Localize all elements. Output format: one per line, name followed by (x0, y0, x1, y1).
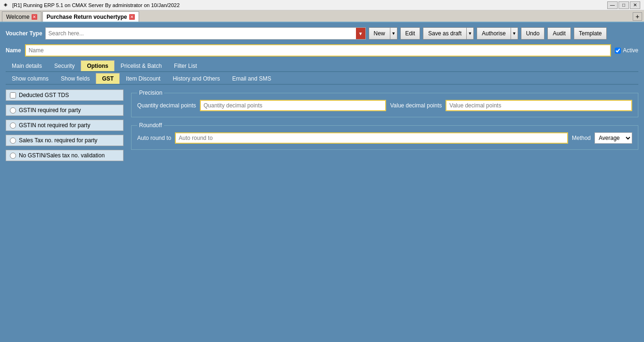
precision-legend: Precision (137, 90, 164, 96)
window-controls: — □ ✕ (607, 1, 640, 9)
auto-round-row: Auto round to Method Average Up Down (137, 132, 632, 144)
title-bar: ◈ [R1] Running ERP 5.1 on CMAX Server By… (0, 0, 644, 10)
save-as-draft-dropdown[interactable]: ▼ (466, 27, 474, 40)
gstin-not-required-radio[interactable] (10, 122, 16, 129)
name-row: Name Active (6, 44, 638, 57)
value-decimal-input[interactable] (446, 100, 632, 111)
gstin-required-label: GSTIN required for party (19, 107, 81, 114)
tab-gst[interactable]: GST (96, 73, 120, 84)
name-input[interactable] (25, 44, 611, 57)
voucher-type-label: Voucher Type (6, 30, 42, 37)
roundoff-fieldset: Roundoff Auto round to Method Average Up… (131, 122, 638, 150)
tab-security[interactable]: Security (48, 60, 81, 71)
save-as-draft-group: Save as draft ▼ (423, 27, 474, 40)
authorise-dropdown[interactable]: ▼ (511, 27, 518, 40)
app-icon: ◈ (4, 2, 10, 8)
tab-show-columns[interactable]: Show columns (6, 73, 55, 84)
no-gstin-validation-radio[interactable] (10, 153, 16, 159)
gstin-not-required-option[interactable]: GSTIN not required for party (6, 120, 124, 131)
authorise-button[interactable]: Authorise (477, 27, 511, 40)
active-label: Active (623, 47, 638, 54)
tab-history-others[interactable]: History and Others (166, 73, 226, 84)
active-checkbox[interactable] (615, 48, 621, 54)
maximize-button[interactable]: □ (619, 1, 629, 9)
tab-welcome-label: Welcome (6, 14, 30, 20)
audit-button[interactable]: Audit (547, 27, 570, 40)
voucher-search-container: ▼ (45, 27, 366, 40)
voucher-search-input[interactable] (46, 28, 356, 39)
no-gstin-validation-option[interactable]: No GSTIN/Sales tax no. validation (6, 150, 124, 161)
no-gstin-validation-label: No GSTIN/Sales tax no. validation (19, 152, 105, 159)
close-button[interactable]: ✕ (630, 1, 640, 9)
precision-fieldset: Precision Quantity decimal points Value … (131, 90, 638, 117)
tab-main-details[interactable]: Main details (6, 60, 48, 71)
roundoff-legend: Roundoff (137, 122, 164, 129)
gstin-not-required-label: GSTIN not required for party (19, 122, 90, 129)
auto-round-input[interactable] (175, 132, 568, 144)
value-decimal-label: Value decimal points (390, 102, 442, 109)
deducted-gst-tds-checkbox[interactable] (10, 92, 16, 98)
quantity-decimal-label: Quantity decimal points (137, 102, 196, 109)
tab-pricelist-batch[interactable]: Pricelist & Batch (115, 60, 168, 71)
auto-round-label: Auto round to (137, 135, 171, 141)
tab-email-sms[interactable]: Email and SMS (226, 73, 278, 84)
undo-button[interactable]: Undo (521, 27, 545, 40)
edit-button[interactable]: Edit (400, 27, 421, 40)
template-button[interactable]: Template (574, 27, 607, 40)
main-content: Voucher Type ▼ New ▼ Edit Save as draft … (0, 23, 644, 342)
new-dropdown-arrow[interactable]: ▼ (390, 27, 397, 40)
tab-filter-list[interactable]: Filter List (168, 60, 203, 71)
tab-show-fields[interactable]: Show fields (55, 73, 96, 84)
active-container: Active (615, 47, 638, 54)
gstin-required-option[interactable]: GSTIN required for party (6, 105, 124, 116)
sales-tax-required-radio[interactable] (10, 138, 16, 144)
tab-purchase-return-label: Purchase Return vouchertype (47, 14, 127, 20)
save-as-draft-button[interactable]: Save as draft (423, 27, 466, 40)
title-text: [R1] Running ERP 5.1 on CMAX Server By a… (12, 2, 180, 8)
tabs-row1: Main details Security Options Pricelist … (6, 60, 638, 72)
right-panel: Precision Quantity decimal points Value … (131, 90, 638, 161)
method-label: Method (572, 135, 591, 141)
tab-purchase-return-close[interactable]: ✕ (129, 14, 135, 20)
tab-welcome-close[interactable]: ✕ (32, 14, 37, 20)
tab-item-discount[interactable]: Item Discount (120, 73, 166, 84)
deducted-gst-tds-label: Deducted GST TDS (19, 92, 69, 98)
add-tab-button[interactable]: + (633, 12, 642, 21)
method-select[interactable]: Average Up Down (594, 132, 632, 144)
quantity-decimal-input[interactable] (200, 100, 387, 111)
sales-tax-required-label: Sales Tax no. required for party (19, 137, 98, 144)
toolbar: Voucher Type ▼ New ▼ Edit Save as draft … (6, 27, 638, 40)
form-area: Deducted GST TDS GSTIN required for part… (6, 90, 638, 161)
new-button[interactable]: New (369, 27, 390, 40)
left-panel: Deducted GST TDS GSTIN required for part… (6, 90, 124, 161)
tab-welcome[interactable]: Welcome ✕ (2, 11, 41, 22)
tab-options[interactable]: Options (81, 60, 114, 71)
minimize-button[interactable]: — (607, 1, 618, 9)
gstin-required-radio[interactable] (10, 107, 16, 114)
tabs-row2: Show columns Show fields GST Item Discou… (6, 73, 638, 85)
voucher-search-dropdown[interactable]: ▼ (356, 28, 365, 39)
new-button-group: New ▼ (369, 27, 397, 40)
quantity-decimal-row: Quantity decimal points Value decimal po… (137, 100, 632, 111)
tab-purchase-return[interactable]: Purchase Return vouchertype ✕ (42, 11, 139, 22)
tab-bar: Welcome ✕ Purchase Return vouchertype ✕ … (0, 10, 644, 23)
sales-tax-required-option[interactable]: Sales Tax no. required for party (6, 135, 124, 146)
authorise-group: Authorise ▼ (477, 27, 518, 40)
name-label: Name (6, 47, 21, 54)
deducted-gst-tds-option[interactable]: Deducted GST TDS (6, 90, 124, 101)
